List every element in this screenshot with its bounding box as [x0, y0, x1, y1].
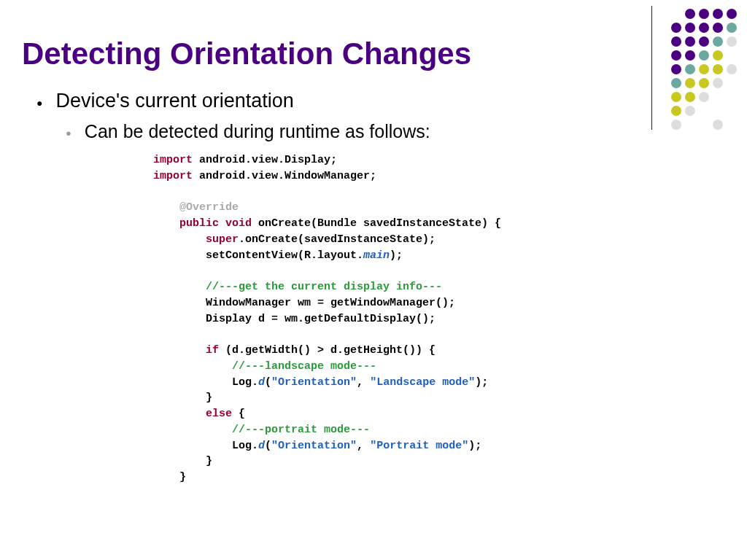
code-text: android.view.WindowManager;: [193, 170, 376, 182]
pattern-dot: [727, 106, 737, 116]
pattern-dot: [699, 50, 709, 61]
pattern-dot: [713, 36, 723, 47]
code-block: import android.view.Display; import andr…: [153, 152, 725, 486]
code-field: main: [363, 249, 390, 262]
bullet-text: Device's current orientation: [55, 90, 293, 112]
pattern-dot: [727, 78, 737, 88]
code-text: (: [265, 376, 271, 389]
code-string: "Landscape mode": [370, 376, 475, 389]
code-text: (: [265, 440, 271, 452]
bullet-sub: Can be detected during runtime as follow…: [66, 121, 725, 142]
pattern-dot: [699, 64, 709, 74]
pattern-dot: [713, 78, 723, 88]
pattern-dot: [685, 106, 695, 116]
code-text: );: [468, 440, 481, 452]
pattern-dot: [713, 106, 723, 116]
pattern-dot: [727, 9, 737, 19]
code-text: onCreate(Bundle savedInstanceState) {: [252, 217, 501, 230]
pattern-dot: [671, 64, 681, 74]
code-string: "Orientation": [271, 440, 357, 452]
pattern-dot: [671, 36, 681, 47]
code-static: d: [258, 440, 265, 452]
code-text: );: [390, 249, 403, 262]
pattern-dot: [713, 64, 723, 74]
code-text: Log.: [232, 440, 258, 452]
code-keyword: else: [206, 408, 232, 420]
pattern-dot: [671, 133, 681, 144]
code-text: ,: [357, 440, 370, 452]
pattern-dot: [671, 50, 681, 61]
pattern-dot: [699, 36, 709, 47]
pattern-dot: [713, 92, 723, 102]
pattern-dot: [699, 78, 709, 88]
code-text: }: [206, 392, 212, 404]
code-text: }: [179, 471, 186, 483]
code-text: WindowManager wm = getWindowManager();: [206, 297, 455, 309]
pattern-dot: [727, 50, 737, 61]
bullet-text: Can be detected during runtime as follow…: [85, 121, 430, 142]
pattern-dot: [699, 23, 709, 33]
code-text: Log.: [232, 376, 258, 389]
bullet-main: Device's current orientation: [36, 90, 725, 112]
code-keyword: import: [153, 154, 193, 166]
pattern-dot: [699, 106, 709, 116]
pattern-dot: [713, 9, 723, 19]
code-text: {: [232, 408, 245, 420]
pattern-dot: [699, 133, 709, 144]
pattern-dot: [685, 50, 695, 61]
code-comment: //---portrait mode---: [232, 424, 370, 436]
code-text: );: [475, 376, 488, 389]
code-comment: //---get the current display info---: [206, 281, 442, 293]
pattern-dot: [685, 92, 695, 102]
pattern-dot: [699, 9, 709, 19]
code-string: "Portrait mode": [370, 440, 468, 452]
pattern-dot: [727, 36, 737, 47]
code-text: android.view.Display;: [193, 154, 337, 166]
pattern-dot: [671, 23, 681, 33]
decorative-line: [651, 6, 652, 130]
code-comment: //---landscape mode---: [232, 360, 376, 373]
pattern-dot: [671, 92, 681, 102]
code-keyword: public: [179, 217, 219, 230]
pattern-dot: [699, 92, 709, 102]
code-text: .onCreate(savedInstanceState);: [239, 233, 436, 246]
pattern-dot: [685, 36, 695, 47]
pattern-dot: [671, 78, 681, 88]
code-text: (d.getWidth() > d.getHeight()) {: [219, 344, 436, 357]
pattern-dot: [685, 78, 695, 88]
pattern-dot: [713, 133, 723, 144]
code-keyword: if: [206, 344, 219, 357]
pattern-dot: [727, 64, 737, 74]
pattern-dot: [699, 120, 709, 130]
pattern-dot: [685, 9, 695, 19]
pattern-dot: [671, 9, 681, 19]
pattern-dot: [713, 120, 723, 130]
code-text: Display d = wm.getDefaultDisplay();: [206, 313, 436, 325]
decorative-dot-pattern: [671, 9, 738, 145]
code-annotation: @Override: [179, 201, 239, 214]
slide: Detecting Orientation Changes Device's c…: [0, 0, 747, 500]
code-keyword: import: [153, 170, 193, 182]
slide-title: Detecting Orientation Changes: [22, 36, 725, 71]
code-keyword: super: [206, 233, 239, 246]
pattern-dot: [685, 64, 695, 74]
pattern-dot: [685, 133, 695, 144]
code-text: ,: [357, 376, 370, 389]
pattern-dot: [671, 106, 681, 116]
code-string: "Orientation": [271, 376, 357, 389]
pattern-dot: [671, 120, 681, 130]
pattern-dot: [685, 23, 695, 33]
pattern-dot: [727, 92, 737, 102]
bullet-list: Device's current orientation Can be dete…: [22, 90, 725, 142]
code-text: setContentView(R.layout.: [206, 249, 363, 262]
pattern-dot: [727, 23, 737, 33]
code-keyword: void: [219, 217, 252, 230]
pattern-dot: [713, 50, 723, 61]
pattern-dot: [685, 120, 695, 130]
code-text: }: [206, 455, 212, 467]
pattern-dot: [713, 23, 723, 33]
pattern-dot: [727, 133, 737, 144]
code-static: d: [258, 376, 265, 389]
pattern-dot: [727, 120, 737, 130]
